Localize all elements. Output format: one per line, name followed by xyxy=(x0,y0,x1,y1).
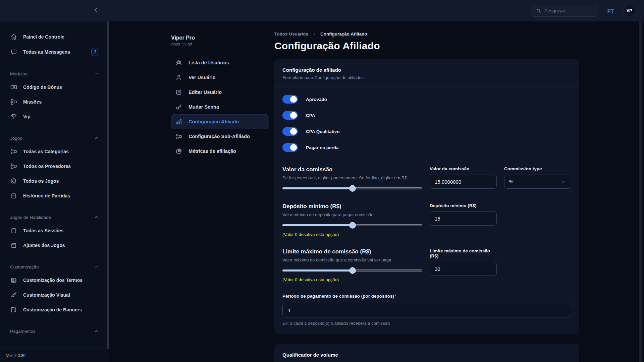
sidebar-item-ajustes-dos-jogos[interactable]: Ajustes dos Jogos xyxy=(0,238,109,253)
toggle-knob xyxy=(290,144,297,151)
sidebar-item-todas-as-mensagens[interactable]: Todas as Mensagens 2 xyxy=(0,44,109,60)
toggle-knob xyxy=(290,112,297,119)
back-button[interactable] xyxy=(91,6,101,15)
slider-knob[interactable] xyxy=(349,185,356,192)
sidebar-item-label: Customização de Banners xyxy=(23,307,82,312)
sidebar-section-jogos[interactable]: Jogos xyxy=(0,132,109,144)
topbar-right: PT VP xyxy=(532,5,635,17)
breadcrumb: Todos Usuários Configuração Afiliado xyxy=(274,32,579,37)
sidebar-item-label: Histórico de Partidas xyxy=(23,193,70,198)
chevron-right-icon xyxy=(312,32,317,37)
user-menu-item-lista-de-usuarios[interactable]: Lista de Usuários xyxy=(171,55,269,70)
sidebar-item-painel-de-controle[interactable]: Painel de Controle xyxy=(0,29,109,44)
field-label: Período de pagamento de comissão (por de… xyxy=(282,294,571,299)
user-menu-item-configuracao-afiliado[interactable]: Configuração Afiliado xyxy=(171,114,269,129)
max-commission-slider[interactable] xyxy=(282,267,422,274)
chevron-up-icon xyxy=(94,135,99,141)
slider-fill xyxy=(282,269,353,272)
zero-disables-note: (Valor 0 desativa esta opção) xyxy=(282,277,422,282)
form-grid: Valor da comissão Se for percentual, dig… xyxy=(282,166,571,326)
sidebar-section-label: Pagamentos xyxy=(10,329,36,334)
payment-period-input[interactable] xyxy=(282,303,571,317)
spacer xyxy=(504,203,571,237)
topbar: PT VP xyxy=(0,0,644,21)
user-menu-item-label: Lista de Usuários xyxy=(189,60,229,65)
pagar-na-perda-toggle[interactable] xyxy=(282,143,298,152)
section-heading: Depósito mínimo (R$) xyxy=(282,203,422,210)
user-menu-item-configuracao-sub-afiliado[interactable]: Configuração Sub-Afiliado xyxy=(171,129,269,144)
user-menu-item-mudar-senha[interactable]: Mudar Senha xyxy=(171,100,269,114)
bar-chart-icon xyxy=(175,118,182,125)
chevron-up-icon xyxy=(94,71,99,76)
toggle-knob xyxy=(290,96,297,103)
sidebar-item-vip[interactable]: Vip xyxy=(0,109,109,124)
chevron-up-icon xyxy=(94,264,99,269)
avatar[interactable]: VP xyxy=(623,5,635,17)
user-menu-item-label: Métricas de afiliação xyxy=(189,148,236,154)
search-input[interactable] xyxy=(544,8,594,13)
search-icon xyxy=(536,8,541,14)
field-label: Limite máximo de comissão (R$) xyxy=(430,248,497,258)
sidebar-item-label: Missões xyxy=(23,99,42,105)
sidebar-section-pagamentos[interactable]: Pagamentos xyxy=(0,325,109,337)
chat-icon xyxy=(10,48,17,56)
sidebar-section-customizacao[interactable]: Customização xyxy=(0,261,109,273)
users-icon xyxy=(175,59,182,66)
sidebar-scrollbar[interactable] xyxy=(107,21,109,349)
user-menu-item-editar-usuario[interactable]: Editar Usuário xyxy=(171,85,269,100)
newspaper-icon xyxy=(10,277,17,284)
search-box[interactable] xyxy=(532,5,598,17)
toggle-label: CPA Qualitativo xyxy=(306,129,340,134)
user-menu-item-label: Configuração Sub-Afiliado xyxy=(189,134,250,139)
payment-period-field: Período de pagamento de comissão (por de… xyxy=(282,294,571,326)
min-deposit-input[interactable] xyxy=(430,212,497,226)
toggle-label: Aprovado xyxy=(306,97,327,102)
slider-fill xyxy=(282,224,353,226)
sidebar-item-todas-as-sessoes[interactable]: Todas as Sessões xyxy=(0,223,109,238)
sidebar-item-label: Customização dos Termos xyxy=(23,278,83,283)
content: Todos Usuários Configuração Afiliado Con… xyxy=(274,21,579,362)
commission-slider[interactable] xyxy=(282,185,422,192)
sidebar-item-missoes[interactable]: Missões xyxy=(0,95,109,109)
user-menu-item-ver-usuario[interactable]: Ver Usuário xyxy=(171,70,269,85)
home-icon xyxy=(10,33,17,41)
pie-chart-icon xyxy=(175,147,182,155)
user-panel: Viper Pro 2023-11-07 Lista de Usuários V… xyxy=(171,21,269,362)
sidebar-item-todas-as-categorias[interactable]: Todas as Categorias xyxy=(0,144,109,159)
breadcrumb-parent[interactable]: Todos Usuários xyxy=(274,32,308,37)
user-menu-item-label: Mudar Senha xyxy=(189,104,219,110)
commission-type-select[interactable]: % xyxy=(504,175,571,189)
user-menu-item-metricas-de-afiliacao[interactable]: Métricas de afiliação xyxy=(171,144,269,159)
sidebar-item-codigo-de-bonus[interactable]: Código de Bônus xyxy=(0,80,109,95)
sidebar-section-jogos-de-habilidade[interactable]: Jogos de Habilidade xyxy=(0,211,109,223)
sidebar-section-label: Jogos xyxy=(10,136,22,141)
max-commission-field: Limite máximo de comissão (R$) xyxy=(430,248,497,282)
commission-value-input[interactable] xyxy=(430,175,497,189)
sidebar-item-customizacao-de-banners[interactable]: Customização de Banners xyxy=(0,302,109,317)
max-commission-input[interactable] xyxy=(430,262,497,276)
slider-knob[interactable] xyxy=(349,222,356,229)
sidebar-item-todos-os-jogos[interactable]: Todos os Jogos xyxy=(0,174,109,188)
archive-box-icon xyxy=(10,192,17,199)
commission-slider-block: Valor da comissão Se for percentual, dig… xyxy=(282,166,422,192)
cpa-toggle[interactable] xyxy=(282,111,298,120)
user-menu: Lista de Usuários Ver Usuário Editar Usu… xyxy=(171,55,269,159)
sidebar-item-todos-os-provedores[interactable]: Todos os Provedores xyxy=(0,159,109,174)
key-icon xyxy=(175,103,182,111)
section-description: Valor mínimo de depósito para pagar comi… xyxy=(282,212,422,217)
sidebar-item-label: Todas as Sessões xyxy=(23,228,63,233)
slider-knob[interactable] xyxy=(349,267,356,274)
cpa-qualitativo-toggle[interactable] xyxy=(282,127,298,136)
aprovado-toggle[interactable] xyxy=(282,95,298,104)
sidebar-section-modulos[interactable]: Modulos xyxy=(0,68,109,80)
section-heading: Valor da comissão xyxy=(282,166,422,173)
main-scrollbar[interactable] xyxy=(639,21,642,362)
sidebar-item-historico-de-partidas[interactable]: Histórico de Partidas xyxy=(0,188,109,203)
toggle-label: Pagar na perda xyxy=(306,145,339,150)
language-switcher[interactable]: PT xyxy=(607,8,614,14)
sidebar-item-customizacao-visual[interactable]: Customização Visual xyxy=(0,288,109,302)
sidebar-item-customizacao-dos-termos[interactable]: Customização dos Termos xyxy=(0,273,109,288)
min-deposit-slider[interactable] xyxy=(282,222,422,229)
user-menu-item-label: Ver Usuário xyxy=(189,75,216,80)
sidebar-item-label: Customização Visual xyxy=(23,292,70,298)
